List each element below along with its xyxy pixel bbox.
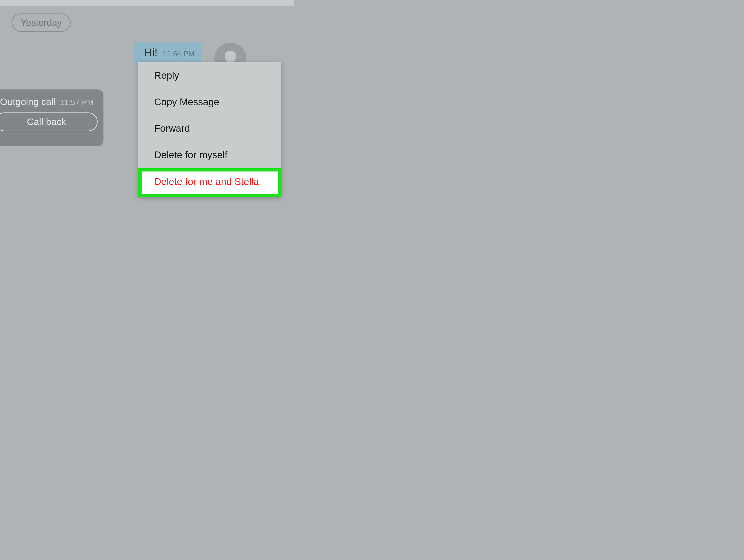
message-context-menu: Reply Copy Message Forward Delete for my… [138, 62, 281, 197]
menu-item-reply[interactable]: Reply [138, 62, 281, 89]
call-back-button[interactable]: Call back [0, 113, 98, 131]
menu-item-label: Reply [154, 70, 179, 81]
call-time: 11:57 PM [60, 98, 94, 107]
menu-item-label: Delete for myself [154, 149, 227, 160]
message-time: 11:54 PM [163, 49, 195, 58]
call-back-label: Call back [27, 116, 66, 127]
menu-item-delete-for-everyone[interactable]: Delete for me and Stella [138, 168, 281, 197]
menu-item-forward[interactable]: Forward [138, 115, 281, 142]
menu-item-label: Forward [154, 123, 190, 134]
window-top-bar [0, 0, 294, 6]
message-bubble-row: Hi! 11:54 PM [134, 42, 201, 64]
menu-item-label: Delete for me and Stella [154, 176, 259, 187]
menu-item-delete-for-myself[interactable]: Delete for myself [138, 142, 281, 168]
outgoing-call-card: Outgoing call 11:57 PM Call back [0, 89, 104, 147]
call-title: Outgoing call [0, 96, 55, 107]
date-label: Yesterday [21, 17, 62, 28]
call-header: Outgoing call 11:57 PM [0, 96, 97, 107]
message-text: Hi! [144, 46, 158, 59]
date-separator-pill: Yesterday [12, 13, 71, 32]
menu-item-label: Copy Message [154, 96, 219, 107]
menu-item-copy-message[interactable]: Copy Message [138, 89, 281, 115]
outgoing-message-bubble[interactable]: Hi! 11:54 PM [134, 42, 201, 64]
